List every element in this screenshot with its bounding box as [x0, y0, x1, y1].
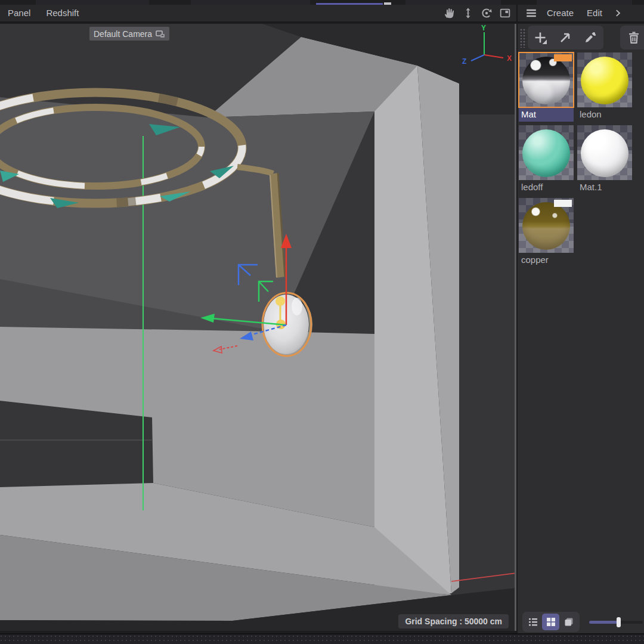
camera-label-text: Default Camera: [94, 29, 152, 39]
pick-material-button[interactable]: [553, 26, 578, 49]
delete-material-button[interactable]: [620, 26, 644, 49]
plus-icon: [532, 30, 548, 45]
viewport-menubar: Panel Redshift: [0, 5, 516, 21]
rotate-icon: [480, 7, 493, 20]
top-strip-segment: [36, 0, 149, 5]
hamburger-icon: [525, 7, 538, 20]
material-tag: [554, 200, 572, 207]
material-preview-sphere: [522, 129, 570, 177]
material-name[interactable]: ledoff: [519, 180, 574, 194]
material-thumbnail[interactable]: [519, 52, 574, 107]
material-item[interactable]: ledoff: [519, 125, 574, 194]
pan-hand-icon: [443, 7, 456, 20]
material-item[interactable]: ledon: [577, 52, 632, 122]
viewport-3d[interactable]: Y X Z Default Camera Grid Spacing : 5000…: [0, 24, 516, 631]
eyedropper-icon: [583, 30, 597, 45]
window-top-strip: [0, 0, 644, 5]
eyedropper-button[interactable]: [578, 26, 603, 49]
preview-size-slider[interactable]: [589, 616, 643, 628]
pan-view-button[interactable]: [440, 5, 459, 21]
material-panel-menubar: Create Edit: [516, 5, 644, 21]
grid-view-icon: [545, 616, 557, 628]
trash-icon: [627, 30, 641, 45]
material-name[interactable]: copper: [519, 253, 574, 267]
timeline-dots-strip: [0, 633, 644, 644]
add-material-button[interactable]: [528, 26, 553, 49]
list-view-icon: [527, 616, 539, 628]
gizmo-plane-handle-blue[interactable]: [239, 265, 258, 285]
material-thumbnail[interactable]: [519, 198, 574, 253]
material-toolbar: [518, 25, 644, 50]
axis-z-label: Z: [462, 57, 466, 66]
scene-overlay: Y X Z: [0, 24, 516, 631]
dolly-view-button[interactable]: [459, 5, 477, 21]
stack-view-button[interactable]: [560, 614, 577, 630]
orientation-axes: Y X Z: [462, 24, 512, 66]
stack-view-icon: [563, 616, 575, 628]
material-item[interactable]: copper: [519, 198, 574, 267]
panel-menu-more-button[interactable]: [609, 5, 627, 21]
material-manager-panel: Mat ledon ledoff Mat.1: [516, 24, 644, 633]
material-name[interactable]: Mat.1: [577, 180, 632, 194]
material-preview-sphere: [581, 129, 628, 177]
material-preview-sphere: [522, 57, 570, 104]
material-thumbnail[interactable]: [519, 125, 574, 180]
rotate-view-button[interactable]: [477, 5, 496, 21]
grid-spacing-badge: Grid Spacing : 50000 cm: [398, 614, 509, 628]
top-strip-segment: [405, 0, 501, 5]
dolly-arrows-icon: [462, 7, 475, 20]
arrow-up-right-icon: [558, 30, 572, 45]
toggle-view-button[interactable]: [496, 5, 514, 21]
material-thumbnail[interactable]: [577, 125, 632, 180]
material-tool-group: [528, 26, 603, 49]
camera-switch-icon: [156, 30, 165, 38]
toolbar-drag-handle[interactable]: [520, 29, 527, 48]
material-item[interactable]: Mat: [519, 52, 574, 122]
material-tag: [554, 54, 572, 61]
material-panel-footer: [518, 612, 644, 633]
axis-x-label: X: [507, 54, 512, 63]
material-preview-sphere: [581, 57, 628, 104]
main-menubar: Panel Redshift C: [0, 5, 644, 23]
toggle-view-icon: [499, 7, 512, 20]
gizmo-plane-handle-green[interactable]: [259, 281, 273, 302]
panel-menu-button[interactable]: [522, 5, 540, 21]
menu-item-create[interactable]: Create: [540, 5, 580, 21]
top-strip-segment: [537, 0, 632, 5]
chevron-right-icon: [612, 8, 623, 18]
menu-item-panel[interactable]: Panel: [0, 5, 38, 21]
axis-y-label: Y: [481, 24, 486, 32]
material-preview-sphere: [522, 202, 570, 250]
material-thumbnail[interactable]: [577, 52, 632, 107]
list-view-button[interactable]: [524, 614, 541, 630]
world-x-axis-line: [451, 573, 516, 581]
view-mode-group: [522, 612, 580, 632]
grid-view-button[interactable]: [542, 614, 559, 630]
gizmo-small-red-arrow[interactable]: [213, 346, 237, 353]
camera-label[interactable]: Default Camera: [89, 27, 169, 41]
material-name[interactable]: ledon: [577, 107, 632, 122]
slider-fill: [589, 621, 619, 624]
material-name[interactable]: Mat: [519, 107, 574, 122]
menu-item-redshift[interactable]: Redshift: [38, 5, 86, 21]
slider-handle[interactable]: [617, 617, 621, 627]
material-item[interactable]: Mat.1: [577, 125, 632, 194]
top-strip-segment: [191, 0, 310, 5]
pendant-lamp[interactable]: [262, 293, 312, 356]
menu-item-edit[interactable]: Edit: [580, 5, 609, 21]
